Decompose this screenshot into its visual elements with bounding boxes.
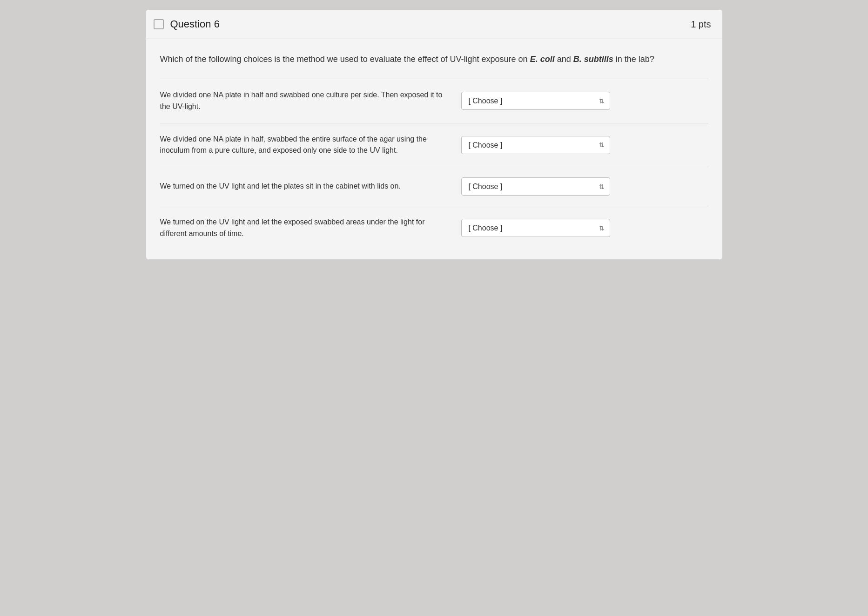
dropdown-container-4: [ Choose ] True False ⇅ — [461, 219, 610, 237]
table-row: We divided one NA plate in half and swab… — [160, 79, 708, 123]
option-text-2: We divided one NA plate in half, swabbed… — [160, 123, 462, 167]
option-dropdown-cell-1: [ Choose ] True False ⇅ — [461, 79, 708, 123]
dropdown-container-2: [ Choose ] True False ⇅ — [461, 136, 610, 154]
question-text: Which of the following choices is the me… — [160, 53, 708, 66]
option-text-4: We turned on the UV light and let the ex… — [160, 206, 462, 250]
question-card: Question 6 1 pts Which of the following … — [146, 9, 723, 260]
question-text-part2: and — [555, 54, 573, 64]
options-table: We divided one NA plate in half and swab… — [160, 79, 708, 250]
question-header: Question 6 1 pts — [146, 10, 722, 39]
table-row: We divided one NA plate in half, swabbed… — [160, 123, 708, 167]
header-left: Question 6 — [154, 18, 220, 30]
question-points: 1 pts — [691, 19, 711, 30]
table-row: We turned on the UV light and let the ex… — [160, 206, 708, 250]
question-text-part1: Which of the following choices is the me… — [160, 54, 530, 64]
question-body: Which of the following choices is the me… — [146, 39, 722, 259]
table-row: We turned on the UV light and let the pl… — [160, 167, 708, 206]
dropdown-container-1: [ Choose ] True False ⇅ — [461, 92, 610, 110]
dropdown-select-4[interactable]: [ Choose ] True False — [461, 219, 610, 237]
option-text-1: We divided one NA plate in half and swab… — [160, 79, 462, 123]
bsubtilis-text: B. subtilis — [573, 54, 613, 64]
question-title: Question 6 — [170, 18, 220, 30]
question-checkbox[interactable] — [154, 19, 164, 29]
option-text-3: We turned on the UV light and let the pl… — [160, 167, 462, 206]
ecoli-text: E. coli — [530, 54, 555, 64]
option-dropdown-cell-3: [ Choose ] True False ⇅ — [461, 167, 708, 206]
dropdown-select-3[interactable]: [ Choose ] True False — [461, 177, 610, 196]
option-dropdown-cell-4: [ Choose ] True False ⇅ — [461, 206, 708, 250]
question-text-part3: in the lab? — [613, 54, 654, 64]
option-dropdown-cell-2: [ Choose ] True False ⇅ — [461, 123, 708, 167]
dropdown-select-1[interactable]: [ Choose ] True False — [461, 92, 610, 110]
dropdown-select-2[interactable]: [ Choose ] True False — [461, 136, 610, 154]
dropdown-container-3: [ Choose ] True False ⇅ — [461, 177, 610, 196]
